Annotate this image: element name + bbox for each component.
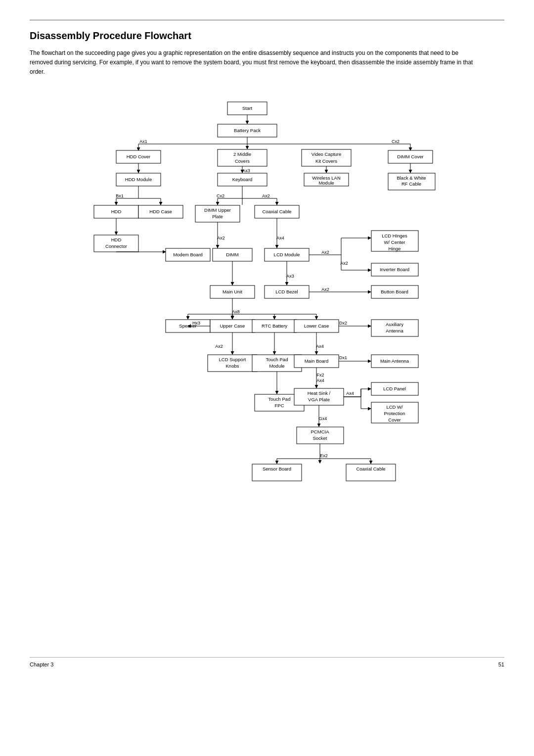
svg-text:HDD Module: HDD Module [125, 176, 152, 182]
svg-text:Dx1: Dx1 [339, 355, 347, 360]
svg-text:DIMM Upper: DIMM Upper [204, 207, 231, 212]
description: The flowchart on the succeeding page giv… [30, 48, 475, 77]
svg-text:Connector: Connector [105, 243, 127, 248]
svg-text:Sensor Board: Sensor Board [263, 466, 291, 471]
svg-text:Lower Case: Lower Case [304, 323, 329, 328]
svg-text:Hx3: Hx3 [192, 321, 200, 326]
svg-text:Button Board: Button Board [381, 288, 408, 294]
svg-text:PCMCIA: PCMCIA [311, 428, 330, 434]
svg-text:Black & White: Black & White [397, 175, 426, 180]
svg-text:LCD Support: LCD Support [219, 356, 246, 362]
svg-text:Coaxial Cable: Coaxial Cable [356, 466, 385, 471]
svg-text:Ax4: Ax4 [276, 236, 284, 240]
svg-text:FPC: FPC [275, 402, 284, 408]
svg-text:RTC Battery: RTC Battery [262, 323, 287, 328]
page-title: Disassembly Procedure Flowchart [30, 30, 504, 42]
svg-text:HDD Cover: HDD Cover [127, 153, 151, 159]
svg-text:Ax2: Ax2 [321, 287, 329, 292]
flowchart: Start Battery Pack Ax1 Cx2 2 Middle Cove… [40, 92, 494, 637]
svg-text:Ax2: Ax2 [217, 236, 225, 240]
svg-text:Antenna: Antenna [386, 328, 403, 333]
svg-text:Heat Sink /: Heat Sink / [308, 390, 331, 395]
svg-text:Ax2: Ax2 [215, 344, 223, 349]
svg-text:Ex2: Ex2 [320, 453, 328, 458]
svg-text:Plate: Plate [212, 213, 223, 219]
svg-text:Cx2: Cx2 [392, 139, 400, 144]
svg-text:Ax2: Ax2 [262, 193, 270, 198]
svg-text:Ax8: Ax8 [232, 309, 240, 314]
svg-text:LCD W/: LCD W/ [386, 404, 403, 409]
footer: Chapter 3 51 [30, 657, 504, 667]
svg-text:Ax2: Ax2 [321, 250, 329, 255]
svg-text:Main Antenna: Main Antenna [380, 358, 409, 363]
svg-text:Fx2: Fx2 [316, 373, 324, 378]
svg-text:Video Capture: Video Capture [312, 151, 342, 156]
svg-text:Touch Pad: Touch Pad [268, 396, 291, 401]
svg-text:Keyboard: Keyboard [232, 176, 253, 182]
svg-text:Modem Board: Modem Board [173, 251, 203, 257]
footer-left: Chapter 3 [30, 662, 53, 667]
svg-text:Covers: Covers [235, 158, 250, 163]
svg-text:Kit Covers: Kit Covers [315, 158, 337, 163]
svg-text:HDD: HDD [111, 208, 122, 214]
svg-text:Ax2: Ax2 [340, 261, 348, 266]
svg-text:Ax4: Ax4 [316, 378, 324, 383]
svg-text:HDD: HDD [111, 236, 122, 242]
svg-text:Main Board: Main Board [305, 358, 329, 363]
svg-text:W/ Center: W/ Center [384, 239, 405, 244]
svg-text:Module: Module [318, 180, 334, 185]
svg-text:HDD Case: HDD Case [149, 208, 172, 214]
svg-text:LCD Module: LCD Module [274, 251, 300, 257]
svg-text:Ax3: Ax3 [286, 274, 294, 279]
svg-text:Knobs: Knobs [226, 363, 239, 368]
svg-text:Battery Pack: Battery Pack [234, 127, 261, 133]
svg-text:VGA Plate: VGA Plate [308, 396, 330, 402]
svg-text:Socket: Socket [312, 435, 327, 440]
svg-text:Cover: Cover [388, 417, 400, 422]
svg-text:Module: Module [269, 363, 284, 368]
svg-text:Hinge: Hinge [389, 245, 401, 251]
svg-text:Ax4: Ax4 [316, 344, 324, 349]
svg-text:Ax4: Ax4 [346, 391, 354, 396]
svg-text:Ax1: Ax1 [139, 139, 147, 144]
svg-text:Start: Start [242, 105, 252, 110]
svg-text:Main Unit: Main Unit [222, 288, 242, 294]
svg-text:2 Middle: 2 Middle [233, 151, 251, 156]
footer-right: 51 [498, 662, 504, 667]
svg-text:Auxiliary: Auxiliary [386, 321, 403, 327]
svg-text:Protection: Protection [384, 410, 405, 416]
svg-text:Ax3: Ax3 [242, 168, 250, 173]
svg-text:Touch Pad: Touch Pad [266, 356, 288, 362]
svg-text:RF Cable: RF Cable [401, 181, 421, 186]
svg-text:Upper Case: Upper Case [220, 323, 245, 328]
svg-text:Coaxial Cable: Coaxial Cable [262, 208, 291, 214]
svg-text:LCD Bezel: LCD Bezel [275, 288, 298, 294]
svg-text:LCD Panel: LCD Panel [383, 385, 406, 391]
svg-text:Inverter Board: Inverter Board [380, 266, 409, 272]
svg-text:Cx2: Cx2 [217, 193, 224, 198]
top-divider [30, 20, 504, 20]
svg-text:LCD HInges: LCD HInges [382, 233, 407, 238]
svg-text:DIMM: DIMM [226, 251, 238, 257]
svg-text:Bx1: Bx1 [116, 193, 124, 198]
svg-text:Dx2: Dx2 [339, 321, 347, 326]
svg-text:DIMM Cover: DIMM Cover [397, 153, 423, 159]
svg-text:Gx4: Gx4 [319, 416, 327, 421]
